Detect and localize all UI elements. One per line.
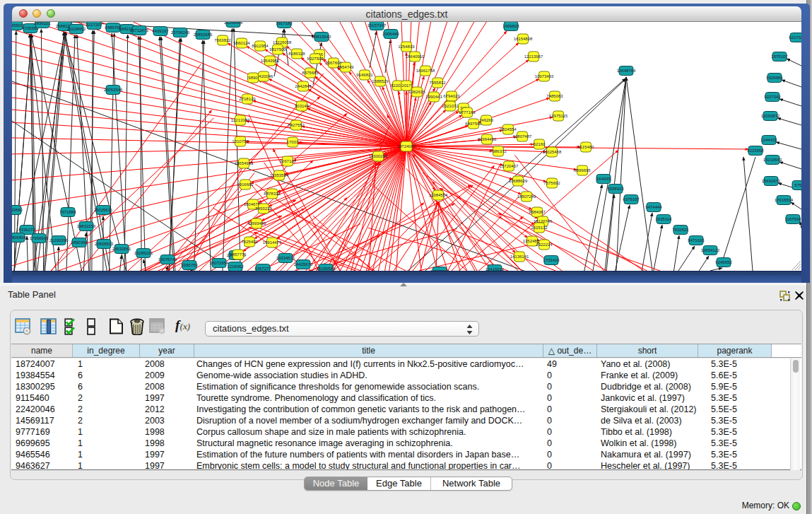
svg-text:10334531: 10334531	[276, 256, 295, 260]
svg-text:25852685: 25852685	[194, 33, 213, 37]
svg-text:1890399: 1890399	[71, 240, 88, 245]
svg-text:7632621: 7632621	[672, 228, 689, 232]
svg-text:17956909: 17956909	[30, 236, 49, 240]
svg-text:18724007: 18724007	[397, 144, 416, 148]
svg-text:8427552: 8427552	[288, 123, 305, 127]
svg-text:8336273: 8336273	[18, 228, 35, 232]
svg-text:18807249: 18807249	[517, 194, 536, 199]
svg-text:1167534: 1167534	[785, 217, 801, 221]
svg-text:16072954: 16072954	[210, 261, 229, 265]
svg-text:2017: 2017	[401, 83, 411, 88]
svg-text:8215958: 8215958	[747, 148, 764, 153]
svg-text:2718129: 2718129	[239, 97, 256, 101]
svg-text:4439167: 4439167	[152, 29, 169, 33]
svg-text:40993489: 40993489	[247, 221, 266, 226]
svg-text:8912954: 8912954	[252, 44, 269, 48]
svg-text:17003: 17003	[287, 140, 299, 144]
svg-text:2442848: 2442848	[295, 84, 312, 88]
svg-text:25025631: 25025631	[94, 208, 113, 212]
svg-text:19299464: 19299464	[224, 22, 243, 25]
svg-text:3267110: 3267110	[280, 159, 297, 163]
svg-text:7625402: 7625402	[241, 240, 258, 244]
svg-text:2935114: 2935114	[656, 217, 673, 221]
svg-text:15157347: 15157347	[367, 23, 387, 28]
svg-text:1575107: 1575107	[771, 54, 788, 59]
svg-text:9457771: 9457771	[230, 252, 247, 257]
svg-text:5753: 5753	[794, 183, 801, 187]
svg-text:23706266: 23706266	[171, 30, 190, 35]
svg-text:20053346: 20053346	[104, 88, 123, 92]
svg-text:10648764: 10648764	[617, 69, 636, 73]
svg-text:24425670: 24425670	[294, 262, 313, 267]
svg-text:14136141: 14136141	[510, 255, 529, 259]
svg-text:6899695: 6899695	[574, 168, 591, 173]
svg-text:18640910: 18640910	[406, 54, 425, 59]
svg-text:15076749: 15076749	[158, 257, 177, 262]
svg-text:20364436: 20364436	[478, 137, 497, 141]
svg-text:13226058: 13226058	[273, 40, 292, 45]
svg-text:16914479: 16914479	[263, 240, 282, 245]
svg-text:9146821: 9146821	[356, 73, 373, 77]
svg-text:9245652: 9245652	[715, 260, 732, 264]
svg-text:5493222: 5493222	[255, 206, 272, 211]
svg-text:20813640: 20813640	[312, 35, 331, 39]
svg-text:3917183: 3917183	[276, 22, 293, 25]
svg-text:7671884: 7671884	[59, 210, 76, 214]
svg-text:9777169: 9777169	[459, 110, 476, 115]
svg-text:10973493: 10973493	[535, 74, 554, 78]
svg-text:19285201: 19285201	[134, 251, 153, 255]
svg-text:164095: 164095	[596, 177, 611, 181]
svg-text:16961758: 16961758	[416, 69, 435, 73]
svg-text:24532561: 24532561	[112, 247, 131, 251]
svg-text:7485063: 7485063	[546, 94, 563, 98]
svg-text:10228452: 10228452	[67, 27, 86, 31]
svg-text:19832259: 19832259	[77, 224, 96, 228]
svg-text:12975115: 12975115	[549, 114, 568, 118]
svg-text:22806503: 22806503	[95, 242, 114, 246]
svg-text:9227342: 9227342	[764, 95, 781, 99]
svg-text:1010755: 1010755	[232, 139, 249, 144]
svg-text:15692971: 15692971	[762, 179, 781, 183]
svg-text:7575692: 7575692	[543, 181, 560, 185]
svg-text:9115460: 9115460	[578, 145, 595, 149]
svg-text:1588529: 1588529	[372, 79, 389, 83]
svg-text:4143890: 4143890	[12, 208, 23, 212]
svg-text:1990443: 1990443	[425, 95, 442, 99]
svg-text:6379197: 6379197	[623, 197, 640, 201]
svg-text:10688609: 10688609	[509, 179, 528, 183]
svg-text:10654122: 10654122	[701, 248, 720, 252]
svg-text:12213383: 12213383	[231, 118, 250, 122]
svg-text:1733426: 1733426	[543, 258, 560, 262]
svg-text:8806804: 8806804	[12, 235, 26, 240]
svg-text:10025458: 10025458	[543, 150, 562, 154]
svg-text:16154838: 16154838	[514, 37, 533, 41]
svg-text:8186328: 8186328	[288, 52, 305, 56]
svg-text:803144: 803144	[295, 104, 310, 108]
svg-text:17016504: 17016504	[775, 198, 794, 202]
svg-text:21200396: 21200396	[49, 238, 69, 243]
svg-text:7955812: 7955812	[429, 81, 446, 85]
svg-text:7986372: 7986372	[490, 149, 507, 153]
svg-text:9329966: 9329966	[766, 76, 783, 80]
svg-text:1839221: 1839221	[34, 22, 51, 25]
svg-text:2522214: 2522214	[536, 243, 553, 247]
svg-text:9217207: 9217207	[86, 23, 102, 27]
svg-text:6794023: 6794023	[443, 94, 460, 98]
svg-text:2066449: 2066449	[382, 32, 399, 36]
svg-text:1362615: 1362615	[408, 90, 425, 94]
svg-text:8878332: 8878332	[264, 192, 281, 196]
svg-text:1916682: 1916682	[237, 182, 254, 187]
svg-text:8396759: 8396759	[181, 263, 198, 267]
svg-text:19654955: 19654955	[235, 161, 254, 165]
svg-text:19384554: 19384554	[429, 193, 448, 197]
svg-text:1254819: 1254819	[398, 45, 415, 49]
svg-text:15720407: 15720407	[500, 164, 519, 168]
svg-text:9890: 9890	[248, 76, 258, 80]
svg-text:6217026: 6217026	[789, 35, 801, 40]
svg-text:9327505: 9327505	[307, 57, 324, 61]
svg-text:1244415: 1244415	[760, 138, 777, 142]
svg-text:12213967: 12213967	[524, 54, 543, 59]
svg-text:1218062: 1218062	[227, 264, 244, 269]
svg-text:10543962: 10543962	[261, 59, 280, 63]
svg-text:10807487: 10807487	[513, 134, 532, 139]
